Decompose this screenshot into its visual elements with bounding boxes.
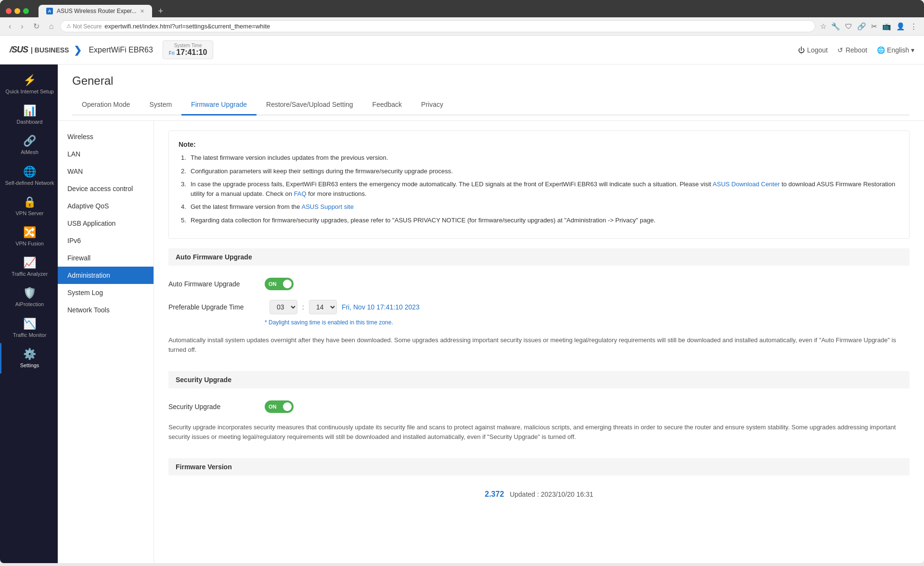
faq-link[interactable]: FAQ [294, 190, 307, 197]
refresh-button[interactable]: ↻ [30, 21, 42, 32]
sidebar-label-vpn-server: VPN Server [15, 210, 43, 217]
left-nav-firewall[interactable]: Firewall [58, 249, 154, 267]
address-bar[interactable]: ⚠ Not Secure expertwifi.net/index.html?u… [60, 20, 815, 32]
left-nav-system-log[interactable]: System Log [58, 284, 154, 301]
minute-select[interactable]: 14 [309, 300, 337, 314]
left-nav-ipv6[interactable]: IPv6 [58, 232, 154, 249]
extension-icon1[interactable]: 🔧 [830, 21, 841, 32]
sidebar: ⚡ Quick Internet Setup 📊 Dashboard 🔗 AiM… [0, 64, 58, 563]
sidebar-label-traffic-analyzer: Traffic Analyzer [12, 271, 48, 277]
left-nav-network-tools[interactable]: Network Tools [58, 301, 154, 319]
tab-favicon: A [46, 8, 53, 14]
tab-restore-save[interactable]: Restore/Save/Upload Setting [257, 95, 363, 116]
back-button[interactable]: ‹ [6, 21, 14, 32]
left-nav-adaptive-qos[interactable]: Adaptive QoS [58, 197, 154, 215]
new-tab-button[interactable]: + [154, 6, 167, 16]
sidebar-item-traffic-monitor[interactable]: 📉 Traffic Monitor [0, 313, 58, 343]
extension-icon2[interactable]: 🛡 [844, 21, 853, 31]
aiprotection-icon: 🛡️ [23, 287, 36, 299]
sidebar-item-settings[interactable]: ⚙️ Settings [0, 343, 58, 373]
left-nav-device-access[interactable]: Device access control [58, 180, 154, 197]
sidebar-label-dashboard: Dashboard [17, 119, 43, 125]
asus-download-center-link[interactable]: ASUS Download Center [713, 180, 780, 188]
quick-internet-icon: ⚡ [23, 74, 36, 87]
note-item-5: Regarding data collection for firmware/s… [181, 216, 899, 225]
note-item-2: Configuration parameters will keep their… [181, 167, 899, 176]
sidebar-item-traffic-analyzer[interactable]: 📈 Traffic Analyzer [0, 252, 58, 282]
auto-firmware-toggle[interactable]: ON [265, 278, 294, 290]
tab-system[interactable]: System [140, 95, 181, 116]
aimesh-icon: 🔗 [23, 135, 36, 147]
left-nav-administration[interactable]: Administration [58, 267, 154, 284]
reboot-button[interactable]: ↺ Reboot [837, 46, 867, 54]
firmware-version-header: Firmware Version [168, 458, 910, 476]
bookmark-icon[interactable]: ☆ [819, 21, 827, 32]
note-item-4-text1: Get the latest firmware version from the [191, 203, 301, 210]
sidebar-label-quick-internet: Quick Internet Setup [5, 89, 53, 95]
time-label: System Time [169, 43, 207, 48]
tab-privacy[interactable]: Privacy [411, 95, 453, 116]
firmware-version-display: 2.372 Updated : 2023/10/20 16:31 [168, 483, 910, 506]
security-upgrade-toggle-knob [283, 402, 292, 411]
close-dot[interactable] [6, 8, 12, 14]
tab-feedback[interactable]: Feedback [363, 95, 411, 116]
extension-icon3[interactable]: 🔗 [856, 21, 867, 32]
sidebar-item-aiprotection[interactable]: 🛡️ AiProtection [0, 282, 58, 312]
sidebar-item-quick-internet[interactable]: ⚡ Quick Internet Setup [0, 69, 58, 100]
language-selector[interactable]: 🌐 English ▾ [877, 46, 914, 54]
version-date: Updated : 2023/10/20 16:31 [510, 490, 593, 498]
left-nav-lan[interactable]: LAN [58, 145, 154, 163]
auto-firmware-header: Auto Firmware Upgrade [168, 248, 910, 266]
sidebar-item-vpn-fusion[interactable]: 🔀 VPN Fusion [0, 221, 58, 252]
tabs-bar: Operation Mode System Firmware Upgrade R… [72, 95, 910, 116]
left-nav: Wireless LAN WAN Device access control A… [58, 121, 154, 563]
left-nav-wan[interactable]: WAN [58, 163, 154, 180]
browser-tab[interactable]: A ASUS Wireless Router Exper... ✕ [38, 5, 152, 17]
tab-operation-mode[interactable]: Operation Mode [72, 95, 140, 116]
asus-logo: /SUS [10, 45, 28, 55]
traffic-analyzer-icon: 📈 [23, 257, 36, 269]
cast-icon[interactable]: 📺 [881, 21, 892, 32]
security-upgrade-toggle[interactable]: ON [265, 400, 294, 413]
tab-firmware-upgrade[interactable]: Firmware Upgrade [181, 95, 257, 116]
security-upgrade-section: Security Upgrade Security Upgrade ON Sec… [168, 371, 910, 449]
preferable-time-label: Preferable Upgrade Time [168, 303, 265, 311]
app-header: /SUS | BUSINESS ❯ ExpertWiFi EBR63 Syste… [0, 36, 924, 64]
logo-chevron-icon: ❯ [74, 44, 82, 56]
sidebar-item-vpn-server[interactable]: 🔒 VPN Server [0, 191, 58, 221]
security-upgrade-toggle-row: Security Upgrade ON [168, 396, 910, 418]
reboot-icon: ↺ [837, 46, 843, 54]
sidebar-label-aiprotection: AiProtection [15, 301, 44, 308]
dashboard-icon: 📊 [23, 104, 36, 117]
security-upgrade-header: Security Upgrade [168, 371, 910, 388]
auto-firmware-control: ON [265, 278, 294, 290]
left-nav-usb-application[interactable]: USB Application [58, 215, 154, 232]
profile-icon[interactable]: 👤 [895, 21, 906, 32]
logout-icon: ⏻ [798, 46, 805, 54]
note-item-4: Get the latest firmware version from the… [181, 202, 899, 212]
sidebar-item-self-defined[interactable]: 🌐 Self-defined Network [0, 161, 58, 191]
forward-button[interactable]: › [18, 21, 26, 32]
note-box: Note: The latest firmware version includ… [168, 130, 910, 239]
home-button[interactable]: ⌂ [46, 21, 57, 32]
sidebar-label-aimesh: AiMesh [21, 149, 38, 155]
daylight-note: * Daylight saving time is enabled in thi… [168, 319, 393, 326]
hour-select[interactable]: 03 [270, 300, 297, 314]
extension-icon4[interactable]: ✂ [870, 21, 878, 32]
product-name: ExpertWiFi EBR63 [89, 46, 153, 54]
self-defined-icon: 🌐 [23, 166, 36, 178]
sidebar-item-aimesh[interactable]: 🔗 AiMesh [0, 130, 58, 160]
logout-button[interactable]: ⏻ Logout [798, 46, 828, 54]
sidebar-item-dashboard[interactable]: 📊 Dashboard [0, 100, 58, 130]
security-upgrade-desc: Security upgrade incorporates security m… [168, 418, 910, 449]
asus-support-link[interactable]: ASUS Support site [301, 203, 353, 210]
url-display: expertwifi.net/index.html?url=settings&c… [104, 23, 809, 30]
minimize-dot[interactable] [14, 8, 20, 14]
left-nav-wireless[interactable]: Wireless [58, 128, 154, 145]
not-secure-label: Not Secure [73, 23, 102, 30]
menu-icon[interactable]: ⋮ [909, 21, 918, 32]
tab-close-btn[interactable]: ✕ [140, 8, 144, 14]
maximize-dot[interactable] [23, 8, 29, 14]
current-time-display: Fri, Nov 10 17:41:10 2023 [342, 303, 420, 311]
auto-firmware-desc: Automatically install system updates ove… [168, 331, 910, 361]
